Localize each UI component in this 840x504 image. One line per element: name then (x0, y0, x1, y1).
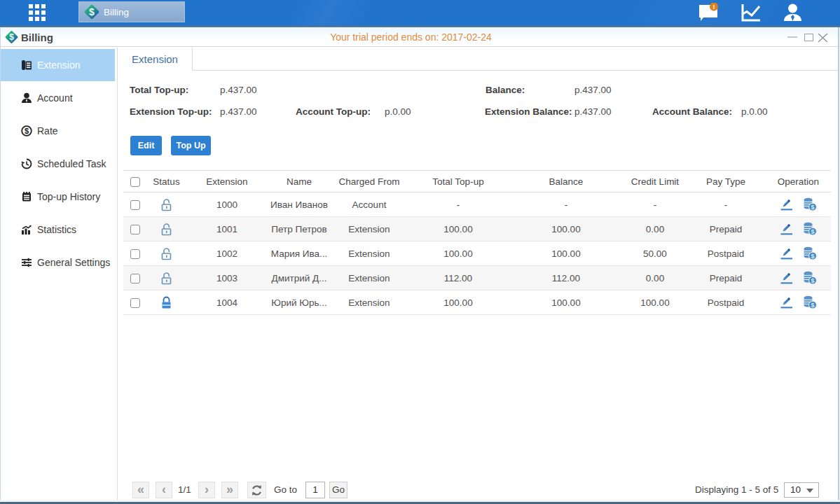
svg-text:$: $ (811, 253, 814, 260)
svg-text:$: $ (811, 277, 814, 284)
svg-text:$: $ (811, 302, 814, 309)
svg-text:!: ! (713, 4, 715, 10)
svg-text:$: $ (811, 228, 814, 235)
svg-text:$: $ (25, 127, 29, 135)
svg-text:$: $ (811, 204, 814, 211)
svg-text:$: $ (89, 6, 95, 18)
